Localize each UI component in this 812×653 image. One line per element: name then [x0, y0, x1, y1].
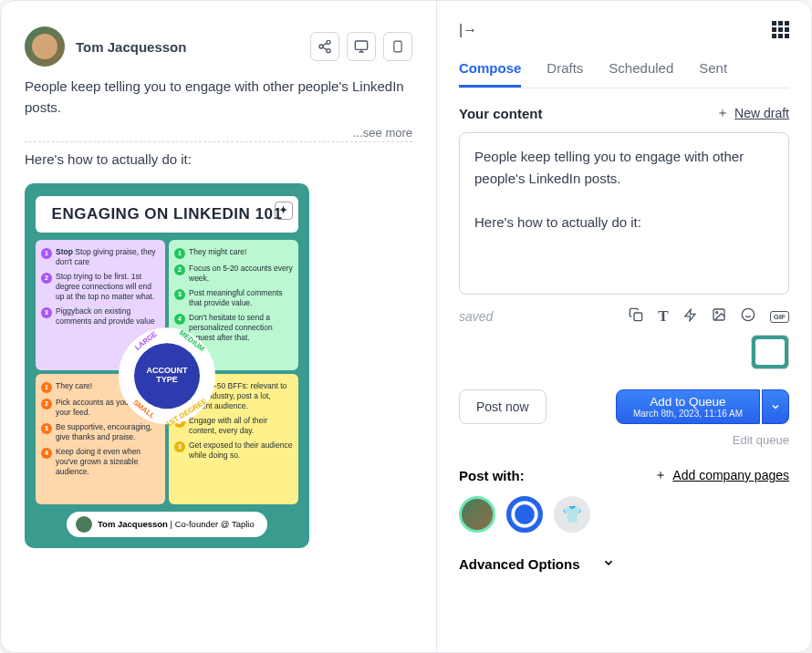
infographic-footer: Tom Jacquesson | Co-founder @ Taplio	[67, 512, 267, 537]
plus-icon: ＋	[654, 467, 667, 483]
tab-sent[interactable]: Sent	[699, 60, 727, 88]
composer-panel: |→ Compose Drafts Scheduled Sent Your co…	[437, 1, 811, 652]
svg-point-2	[327, 49, 330, 53]
svg-rect-5	[355, 41, 367, 49]
post-now-button[interactable]: Post now	[459, 389, 547, 424]
bolt-icon[interactable]	[683, 308, 697, 326]
chevron-down-icon	[602, 556, 615, 572]
svg-point-0	[327, 40, 330, 44]
emoji-icon[interactable]	[741, 307, 755, 326]
svg-rect-8	[394, 41, 401, 52]
plus-icon: ＋	[716, 105, 729, 121]
post-with-label: Post with:	[459, 468, 525, 483]
svg-marker-11	[685, 309, 695, 321]
saved-status: saved	[459, 309, 493, 324]
apps-grid-icon[interactable]	[772, 21, 789, 38]
tabs: Compose Drafts Scheduled Sent	[459, 60, 789, 88]
gif-icon[interactable]: GIF	[770, 311, 789, 323]
add-to-queue-button[interactable]: Add to Queue March 8th, 2023, 11:16 AM	[616, 389, 760, 424]
edit-queue-link[interactable]: Edit queue	[459, 433, 789, 447]
queue-dropdown-button[interactable]	[762, 389, 789, 424]
tab-compose[interactable]: Compose	[459, 60, 521, 88]
desktop-icon[interactable]	[347, 32, 376, 61]
svg-point-1	[319, 45, 323, 48]
svg-rect-10	[634, 313, 642, 321]
text-format-icon[interactable]: T	[658, 307, 668, 326]
collapse-icon[interactable]: |→	[459, 22, 477, 38]
account-avatar-3[interactable]: 👕	[554, 496, 590, 533]
share-icon[interactable]	[310, 32, 339, 61]
attached-image-thumbnail[interactable]	[751, 335, 789, 369]
advanced-options-toggle[interactable]: Advanced Options	[459, 556, 789, 572]
preview-panel: Tom Jacquesson People keep telling you t…	[1, 1, 437, 652]
add-company-pages-button[interactable]: ＋ Add company pages	[654, 467, 789, 483]
tab-scheduled[interactable]: Scheduled	[609, 60, 673, 88]
see-more-link[interactable]: ...see more	[25, 126, 412, 142]
svg-line-4	[323, 43, 328, 46]
magic-wand-icon[interactable]: ✦	[275, 202, 293, 220]
svg-line-3	[323, 47, 328, 50]
author-name: Tom Jacquesson	[76, 39, 299, 55]
svg-point-13	[715, 312, 717, 314]
post-image: ENGAGING ON LINKEDIN 101 ✦ 1Stop Stop gi…	[25, 183, 309, 548]
your-content-label: Your content	[459, 106, 542, 121]
center-circle: LARGE MEDIUM SMALL 1ST DEGREE ACCOUNT TY…	[119, 327, 215, 424]
tab-drafts[interactable]: Drafts	[547, 60, 583, 88]
post-followup: Here's how to actually do it:	[25, 151, 412, 167]
copy-icon[interactable]	[629, 307, 643, 326]
content-editor[interactable]: People keep telling you to engage with o…	[459, 132, 789, 295]
new-draft-button[interactable]: ＋ New draft	[716, 105, 789, 121]
account-avatar-2[interactable]	[506, 496, 543, 533]
mobile-icon[interactable]	[383, 32, 412, 61]
svg-point-14	[742, 308, 754, 320]
image-icon[interactable]	[712, 307, 726, 326]
post-body: People keep telling you to engage with o…	[25, 76, 412, 119]
infographic-title: ENGAGING ON LINKEDIN 101 ✦	[36, 196, 298, 233]
account-avatar-1[interactable]	[459, 496, 495, 533]
avatar	[25, 26, 65, 67]
